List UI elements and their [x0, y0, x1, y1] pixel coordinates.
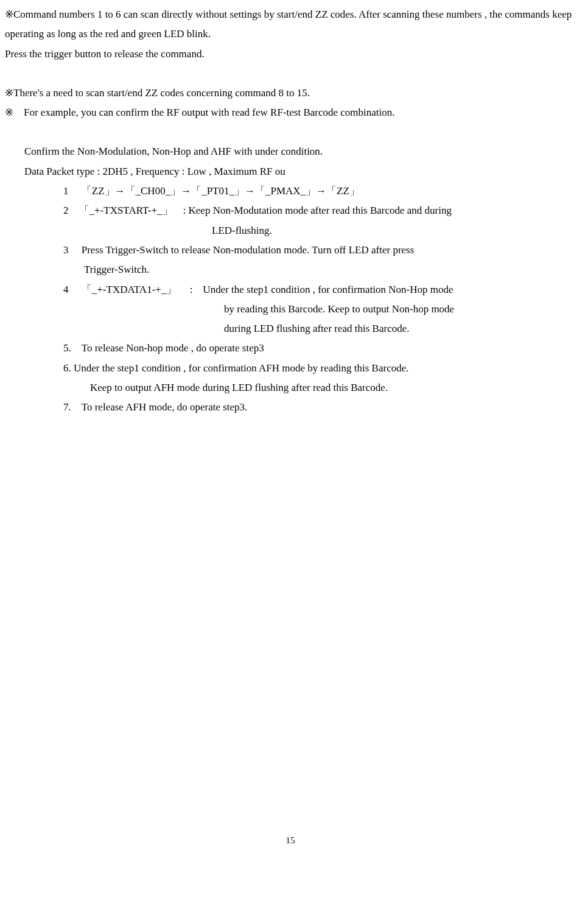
step-6-cont: Keep to output AFH mode during LED flush… — [5, 378, 576, 398]
paragraph-example: ※ For example, you can confirm the RF ou… — [5, 103, 576, 122]
page-number: 15 — [5, 832, 576, 849]
paragraph-command-8-15: ※There's a need to scan start/end ZZ cod… — [5, 83, 576, 103]
paragraph-confirm: Confirm the Non-Modulation, Non-Hop and … — [5, 142, 576, 161]
paragraph-data-packet: Data Packet type : 2DH5 , Frequency : Lo… — [5, 162, 576, 181]
step-2: 2 「_+-TXSTART-+_」 : Keep Non-Modutation … — [5, 201, 576, 220]
step-4-cont-1: by reading this Barcode. Keep to output … — [5, 300, 576, 319]
step-1: 1 「ZZ」→「_CH00_」→「_PT01_」→「_PMAX_」→「ZZ」 — [5, 181, 576, 201]
step-4: 4 「_+-TXDATA1-+_」 : Under the step1 cond… — [5, 280, 576, 300]
step-7: 7. To release AFH mode, do operate step3… — [5, 398, 576, 417]
step-6: 6. Under the step1 condition , for confi… — [5, 359, 576, 378]
paragraph-command-1-6: ※Command numbers 1 to 6 can scan directl… — [5, 5, 576, 44]
step-2-cont: LED-flushing. — [5, 221, 576, 241]
step-5: 5. To release Non-hop mode , do operate … — [5, 339, 576, 358]
paragraph-press-trigger: Press the trigger button to release the … — [5, 44, 576, 64]
step-4-cont-2: during LED flushing after read this Barc… — [5, 319, 576, 339]
step-3-cont: Trigger-Switch. — [5, 260, 576, 279]
step-3: 3 Press Trigger-Switch to release Non-mo… — [5, 241, 576, 260]
